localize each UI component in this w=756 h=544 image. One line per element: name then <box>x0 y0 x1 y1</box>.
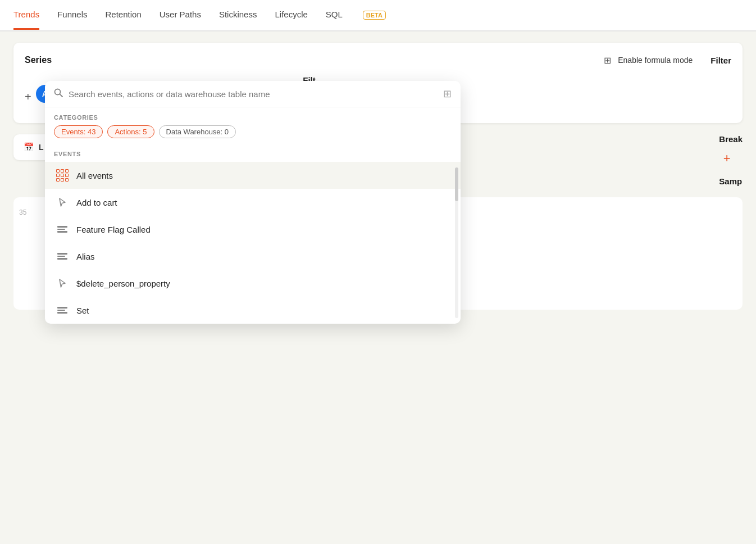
event-all-events[interactable]: All events <box>45 162 461 189</box>
add-to-cart-label: Add to cart <box>76 198 117 207</box>
cursor-icon <box>56 196 69 208</box>
series-card: Series ⊞ Enable formula mode Filter + A … <box>13 43 743 123</box>
scrollbar-track[interactable] <box>455 167 458 318</box>
sample-section: Samp <box>719 176 743 186</box>
scrollbar-thumb[interactable] <box>455 167 458 201</box>
feature-flag-icon <box>56 223 69 235</box>
category-tags: Events: 43 Actions: 5 Data Warehouse: 0 <box>54 125 452 138</box>
nav-lifecycle[interactable]: Lifecycle <box>275 1 307 30</box>
delete-person-label: $delete_person_property <box>76 279 170 288</box>
formula-icon: ⊞ <box>601 54 613 66</box>
event-search-input[interactable] <box>69 89 438 99</box>
search-icon <box>54 88 63 99</box>
events-list[interactable]: All events Add to cart <box>45 162 461 324</box>
sample-title: Samp <box>719 176 743 186</box>
search-box: ⊞ <box>45 81 461 107</box>
events-label: EVENTS <box>45 148 461 162</box>
event-dropdown: ⊞ CATEGORIES Events: 43 Actions: 5 Data … <box>45 81 461 324</box>
table-icon: ⊞ <box>443 88 452 100</box>
feature-flag-label: Feature Flag Called <box>76 225 151 234</box>
event-set[interactable]: Set <box>45 297 461 324</box>
breakdown-section: Break + <box>719 134 743 169</box>
filter-right-label: Filter <box>711 56 731 65</box>
formula-mode-button[interactable]: ⊞ Enable formula mode <box>601 54 693 66</box>
svg-line-8 <box>60 94 63 97</box>
all-events-label: All events <box>76 171 113 180</box>
nav-user-paths[interactable]: User Paths <box>160 1 201 30</box>
set-label: Set <box>76 306 89 315</box>
set-icon <box>56 304 69 316</box>
all-events-icon <box>56 169 69 182</box>
beta-badge: BETA <box>363 11 386 20</box>
delete-person-icon <box>56 277 69 289</box>
nav-trends[interactable]: Trends <box>13 1 39 30</box>
add-series-plus: + <box>25 90 31 103</box>
nav-sql[interactable]: SQL <box>326 1 343 30</box>
top-navigation: Trends Funnels Retention User Paths Stic… <box>0 0 756 31</box>
y-value-35: 35 <box>19 208 26 216</box>
categories-label: CATEGORIES <box>54 114 452 121</box>
right-sections: Break + Samp <box>719 134 743 186</box>
actions-tag[interactable]: Actions: 5 <box>107 125 154 138</box>
nav-funnels[interactable]: Funnels <box>57 1 87 30</box>
event-alias[interactable]: Alias <box>45 243 461 270</box>
series-header: Series ⊞ Enable formula mode Filter <box>25 54 731 66</box>
bottom-card-label: L <box>39 143 44 152</box>
nav-retention[interactable]: Retention <box>106 1 142 30</box>
nav-stickiness[interactable]: Stickiness <box>219 1 257 30</box>
main-content: Series ⊞ Enable formula mode Filter + A … <box>0 31 756 321</box>
event-feature-flag[interactable]: Feature Flag Called <box>45 216 461 243</box>
breakdown-title: Break <box>719 134 743 144</box>
breakdown-add-row: + <box>719 148 743 169</box>
alias-label: Alias <box>76 252 95 261</box>
event-add-to-cart[interactable]: Add to cart <box>45 189 461 216</box>
alias-icon <box>56 250 69 262</box>
categories-section: CATEGORIES Events: 43 Actions: 5 Data Wa… <box>45 107 461 143</box>
add-series-button[interactable]: + <box>25 90 31 103</box>
events-section: EVENTS All events <box>45 143 461 324</box>
calendar-icon: 📅 <box>24 142 34 152</box>
events-tag[interactable]: Events: 43 <box>54 125 103 138</box>
formula-mode-label: Enable formula mode <box>618 56 693 65</box>
breakdown-add-button[interactable]: + <box>719 151 735 166</box>
chart-y-axis: 35 <box>19 208 26 216</box>
series-title: Series <box>25 55 52 65</box>
data-warehouse-tag[interactable]: Data Warehouse: 0 <box>159 125 236 138</box>
event-delete-person[interactable]: $delete_person_property <box>45 270 461 297</box>
